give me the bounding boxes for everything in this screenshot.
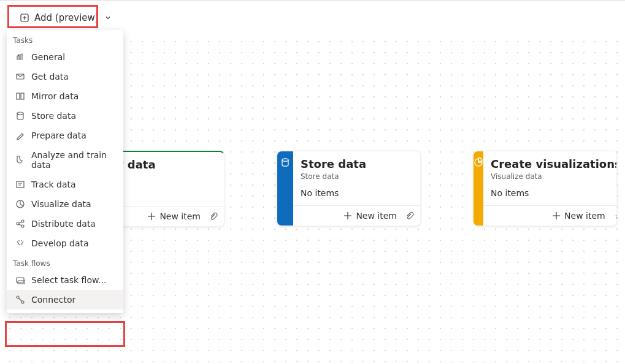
new-item-button[interactable]: New item: [145, 210, 203, 222]
menu-item-label: Prepare data: [31, 131, 86, 140]
distribute-icon: [15, 219, 25, 229]
top-divider: [0, 0, 625, 1]
plus-icon: [343, 211, 352, 220]
menu-item-get-data[interactable]: Get data: [7, 67, 123, 86]
svg-point-9: [21, 225, 24, 227]
card-footer: New item: [293, 205, 420, 226]
svg-rect-3: [21, 93, 24, 99]
menu-item-label: Get data: [31, 72, 69, 82]
svg-rect-5: [17, 181, 24, 188]
new-item-label: New item: [159, 211, 201, 221]
card-title: Store data: [301, 157, 413, 171]
menu-item-select-task-flow[interactable]: Select task flow...: [7, 270, 123, 290]
card-status: No items: [491, 188, 617, 198]
pie-chart-icon: [474, 157, 483, 167]
card-body: Store data Store data No items New item: [293, 151, 420, 226]
menu-item-label: Store data: [31, 111, 76, 121]
card-subtitle: Visualize data: [491, 172, 617, 181]
get-data-icon: [15, 72, 25, 82]
svg-point-4: [17, 112, 23, 115]
menu-item-connector[interactable]: Connector: [7, 290, 123, 309]
chevron-down-icon: [105, 15, 111, 21]
svg-point-0: [282, 159, 288, 161]
menu-item-label: Track data: [31, 180, 76, 189]
new-item-label: New item: [564, 211, 605, 221]
connector-icon: [15, 295, 25, 305]
menu-item-label: Mirror data: [31, 91, 79, 101]
menu-item-mirror-data[interactable]: Mirror data: [7, 86, 123, 106]
attach-icon: [614, 211, 617, 220]
card-status: No items: [301, 188, 413, 198]
plus-icon: [552, 211, 561, 220]
menu-item-develop-data[interactable]: Develop data: [7, 233, 123, 253]
mirror-data-icon: [15, 91, 25, 101]
svg-point-8: [21, 220, 24, 222]
store-data-icon: [15, 111, 25, 121]
svg-point-13: [21, 301, 24, 303]
card-subtitle: Store data: [301, 172, 413, 181]
task-flow-icon: [15, 275, 25, 285]
menu-item-distribute-data[interactable]: Distribute data: [7, 214, 123, 233]
add-dropdown-menu: Tasks General Get data Mirror data Store…: [7, 30, 123, 313]
general-icon: [15, 52, 25, 62]
develop-icon: [15, 238, 25, 248]
menu-item-visualize-data[interactable]: Visualize data: [7, 194, 123, 214]
attach-button[interactable]: [614, 211, 617, 220]
visualize-icon: [15, 199, 25, 209]
attach-icon: [405, 211, 414, 220]
svg-point-12: [17, 296, 19, 298]
task-card-create-visualizations[interactable]: Create visualizations Visualize data No …: [473, 151, 617, 226]
menu-item-label: Select task flow...: [31, 275, 106, 285]
attach-button[interactable]: [209, 212, 218, 221]
attach-icon: [209, 212, 218, 221]
menu-item-label: Distribute data: [31, 219, 96, 229]
menu-item-prepare-data[interactable]: Prepare data: [7, 126, 123, 145]
add-button[interactable]: Add (preview): [13, 10, 117, 26]
add-button-label: Add (preview): [34, 12, 99, 23]
card-stripe: [277, 151, 293, 226]
plus-icon: [147, 212, 156, 221]
card-body: Create visualizations Visualize data No …: [483, 151, 617, 226]
menu-item-label: Analyze and train data: [31, 150, 116, 170]
task-card-store-data[interactable]: Store data Store data No items New item: [277, 151, 421, 226]
track-data-icon: [15, 180, 25, 189]
prepare-data-icon: [15, 131, 25, 140]
menu-item-label: Connector: [31, 295, 75, 305]
new-item-button[interactable]: New item: [341, 210, 399, 222]
menu-item-general[interactable]: General: [7, 47, 123, 67]
attach-button[interactable]: [405, 211, 414, 220]
plus-square-icon: [20, 13, 29, 23]
card-stripe: [474, 151, 483, 226]
menu-item-analyze-train-data[interactable]: Analyze and train data: [7, 145, 123, 175]
menu-item-track-data[interactable]: Track data: [7, 175, 123, 194]
analyze-icon: [15, 155, 25, 165]
menu-item-label: Develop data: [31, 238, 89, 248]
card-footer: New item: [483, 205, 617, 226]
menu-item-label: Visualize data: [31, 199, 91, 209]
new-item-label: New item: [356, 211, 397, 221]
svg-point-7: [17, 222, 19, 225]
menu-item-store-data[interactable]: Store data: [7, 106, 123, 126]
menu-item-label: General: [31, 52, 65, 62]
card-title: Create visualizations: [491, 157, 617, 171]
menu-section-tasks: Tasks: [7, 30, 123, 47]
new-item-button[interactable]: New item: [550, 210, 608, 222]
menu-section-task-flows: Task flows: [7, 253, 123, 270]
svg-rect-2: [17, 93, 20, 99]
database-icon: [280, 157, 290, 167]
